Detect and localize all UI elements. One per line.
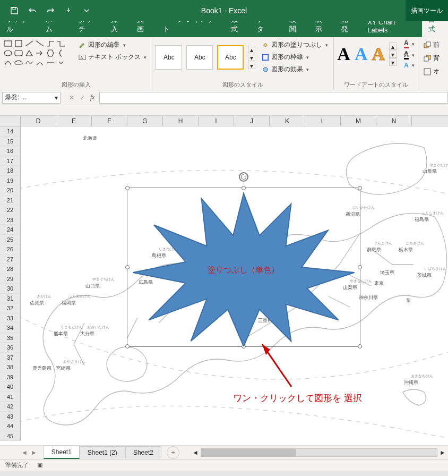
row-header[interactable]: 28 <box>0 264 21 274</box>
row-header[interactable]: 33 <box>0 313 21 324</box>
style-preview-1[interactable]: Abc <box>156 45 182 70</box>
row-header[interactable]: 24 <box>0 225 21 235</box>
text-fill-button[interactable]: A▾ <box>404 39 415 48</box>
redo-button[interactable] <box>42 3 58 18</box>
shape-brace-icon[interactable] <box>56 49 66 57</box>
row-header[interactable]: 20 <box>0 185 21 196</box>
text-box-button[interactable]: Aテキスト ボックス▾ <box>76 52 149 63</box>
row-header[interactable]: 27 <box>0 254 21 265</box>
shape-line-icon[interactable] <box>24 39 34 48</box>
wordart-style-3[interactable]: A <box>372 44 385 64</box>
enter-formula-icon[interactable]: ✓ <box>80 94 85 101</box>
name-box[interactable]: 爆発: ...▾ <box>2 92 61 104</box>
scrollbar-thumb[interactable] <box>201 449 296 456</box>
row-header[interactable]: 32 <box>0 303 21 313</box>
shape-style-gallery[interactable]: Abc Abc Abc ▴ ▾ ▾ <box>156 45 255 70</box>
shape-oval-icon[interactable] <box>3 49 13 57</box>
gallery-up-icon[interactable]: ▴ <box>389 42 397 50</box>
text-outline-button[interactable]: A▾ <box>404 50 415 60</box>
formula-input[interactable] <box>99 92 448 104</box>
shape-arc-icon[interactable] <box>3 58 13 67</box>
row-header[interactable]: 35 <box>0 333 21 343</box>
undo-button[interactable] <box>24 3 40 18</box>
gallery-more-icon[interactable]: ▾ <box>389 58 397 66</box>
select-all-corner[interactable] <box>0 116 21 126</box>
rotate-handle-icon[interactable] <box>239 172 248 182</box>
row-header[interactable]: 38 <box>0 362 21 372</box>
shape-hexagon-icon[interactable] <box>46 49 55 57</box>
row-header[interactable]: 17 <box>0 156 21 166</box>
row-header[interactable]: 16 <box>0 146 21 156</box>
wordart-style-2[interactable]: A <box>355 44 368 64</box>
sheet-nav-prev-icon[interactable]: ◄ <box>21 449 28 456</box>
gallery-up-icon[interactable]: ▴ <box>248 46 255 53</box>
wordart-gallery[interactable]: A A A ▴ ▾ ▾ A▾ A▾ A▾ <box>337 39 414 69</box>
shape-selection-bounds[interactable]: 塗りつぶし（単色） <box>127 188 360 347</box>
style-preview-3[interactable]: Abc <box>217 45 244 70</box>
row-header[interactable]: 45 <box>0 431 21 441</box>
sheet-tab-2[interactable]: Sheet1 (2) <box>80 446 125 458</box>
cancel-formula-icon[interactable]: ✕ <box>69 94 74 101</box>
horizontal-scrollbar[interactable]: ◄ ► <box>190 448 448 457</box>
qat-customize-button[interactable] <box>79 3 94 18</box>
shape-curve-icon[interactable] <box>35 58 45 67</box>
row-header[interactable]: 37 <box>0 353 21 363</box>
row-header[interactable]: 41 <box>0 392 21 402</box>
row-header[interactable]: 21 <box>0 196 21 206</box>
shape-outline-button[interactable]: 図形の枠線▾ <box>260 52 330 63</box>
row-header[interactable]: 40 <box>0 382 21 392</box>
row-header[interactable]: 14 <box>0 126 21 137</box>
shape-rect-icon[interactable] <box>3 39 13 48</box>
shape-freeform-icon[interactable] <box>24 58 34 67</box>
shape-arrow-icon[interactable] <box>35 49 45 57</box>
row-header[interactable]: 36 <box>0 343 21 353</box>
sheet-tab-1[interactable]: Sheet1 <box>44 446 80 459</box>
gallery-more-icon[interactable]: ▾ <box>248 62 255 69</box>
shape-line3-icon[interactable] <box>46 58 55 67</box>
column-header[interactable]: N <box>376 116 412 126</box>
gallery-down-icon[interactable]: ▾ <box>389 50 397 58</box>
sheet-nav-next-icon[interactable]: ► <box>31 449 37 456</box>
row-header[interactable]: 44 <box>0 421 21 431</box>
row-header[interactable]: 29 <box>0 274 21 284</box>
shape-square-icon[interactable] <box>14 39 23 48</box>
fx-icon[interactable]: fx <box>90 94 95 101</box>
column-header[interactable]: G <box>127 116 163 126</box>
style-preview-2[interactable]: Abc <box>186 45 213 70</box>
row-header[interactable]: 39 <box>0 372 21 382</box>
row-header[interactable]: 25 <box>0 235 21 245</box>
send-back-button[interactable]: 背 <box>421 53 442 64</box>
column-header[interactable]: L <box>305 116 341 126</box>
sheet-canvas[interactable]: .coast{fill:none;stroke:#b8b8b8;stroke-w… <box>21 126 448 445</box>
row-header[interactable]: 22 <box>0 205 21 215</box>
text-effects-button[interactable]: A▾ <box>404 62 415 69</box>
row-header[interactable]: 34 <box>0 323 21 333</box>
row-header[interactable]: 23 <box>0 215 21 225</box>
shape-connector2-icon[interactable] <box>56 39 66 48</box>
column-header[interactable]: F <box>92 116 127 126</box>
shape-roundrect-icon[interactable] <box>14 49 23 57</box>
shape-more-icon[interactable] <box>56 58 66 67</box>
column-header[interactable]: M <box>341 116 376 126</box>
shape-cloud-icon[interactable] <box>14 58 23 67</box>
row-header[interactable]: 42 <box>0 402 21 412</box>
row-header[interactable]: 26 <box>0 244 21 254</box>
shape-effects-button[interactable]: 図形の効果▾ <box>260 64 330 75</box>
macro-record-icon[interactable]: ▣ <box>37 462 42 469</box>
wordart-style-1[interactable]: A <box>337 44 350 64</box>
bring-front-button[interactable]: 前 <box>421 39 442 50</box>
column-header[interactable]: D <box>21 116 56 126</box>
row-header[interactable]: 18 <box>0 166 21 176</box>
row-header[interactable]: 31 <box>0 294 21 304</box>
selection-pane-button[interactable]: オ <box>421 66 442 77</box>
row-header[interactable]: 30 <box>0 284 21 294</box>
shape-fill-button[interactable]: 図形の塗りつぶし▾ <box>260 39 330 50</box>
edit-shape-button[interactable]: 図形の編集▾ <box>76 39 149 50</box>
touch-mode-button[interactable] <box>61 3 76 18</box>
row-header[interactable]: 43 <box>0 412 21 422</box>
shape-connector-icon[interactable] <box>46 39 55 48</box>
row-header[interactable]: 19 <box>0 176 21 186</box>
column-header[interactable]: H <box>163 116 199 126</box>
column-header[interactable]: I <box>199 116 234 126</box>
shape-line2-icon[interactable] <box>35 39 45 48</box>
